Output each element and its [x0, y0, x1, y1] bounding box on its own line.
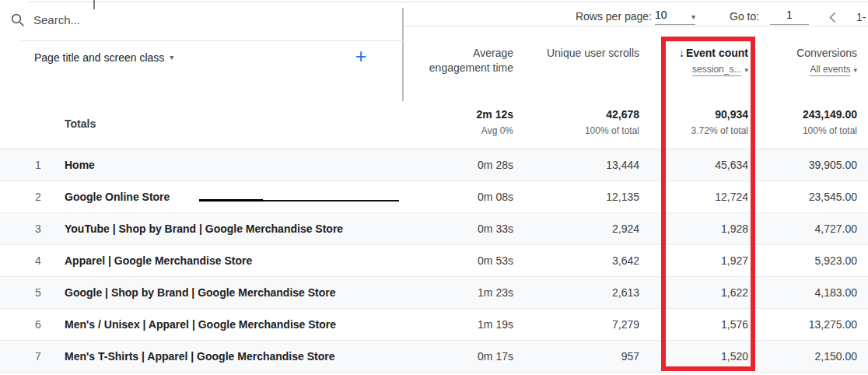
table-row[interactable]: 5 Google | Shop by Brand | Google Mercha…: [0, 277, 868, 309]
rows-per-page-value: 10: [655, 9, 667, 21]
conversions-cell: 4,727.00: [815, 213, 858, 244]
unique-user-scrolls-cell: 7,279: [612, 309, 639, 340]
conversions-cell: 13,275.00: [809, 309, 857, 340]
conversions-filter-dropdown[interactable]: All events▾: [748, 65, 857, 75]
row-number: 1: [35, 149, 41, 180]
unique-user-scrolls-cell: 3,642: [612, 245, 639, 276]
event-count-cell: 1,576: [721, 309, 748, 340]
page-title-cell: Home: [65, 149, 95, 180]
row-number: 4: [35, 245, 41, 276]
dimension-dropdown-label: Page title and screen class: [34, 51, 164, 64]
strikethrough-line-segment: [263, 200, 399, 202]
row-number: 3: [35, 213, 41, 244]
previous-page-button[interactable]: [826, 10, 840, 24]
table-body: 1 Home 0m 28s 13,444 45,634 39,905.00 2 …: [0, 149, 868, 373]
column-header-avg-engagement-time[interactable]: Average engagement time: [418, 46, 513, 75]
page-title-cell: Apparel | Google Merchandise Store: [65, 245, 252, 276]
page-title-cell: Men's T-Shirts | Apparel | Google Mercha…: [65, 341, 335, 372]
search-underline: [19, 40, 403, 41]
event-count-cell: 45,634: [715, 149, 748, 180]
event-count-cell: 1,520: [721, 341, 748, 372]
table-row[interactable]: 4 Apparel | Google Merchandise Store 0m …: [0, 245, 868, 277]
column-header-conversions[interactable]: Conversions All events▾: [748, 46, 857, 75]
row-number: 6: [35, 309, 41, 340]
table-row[interactable]: 1 Home 0m 28s 13,444 45,634 39,905.00: [0, 149, 868, 181]
sort-descending-icon: ↓: [679, 47, 684, 59]
strikethrough-line-segment: [199, 199, 263, 202]
table-row[interactable]: 7 Men's T-Shirts | Apparel | Google Merc…: [0, 341, 868, 373]
card-top-border: [29, 2, 868, 2]
row-number: 7: [35, 341, 41, 372]
conversions-cell: 39,905.00: [809, 149, 857, 180]
rows-per-page-label: Rows per page:: [576, 10, 652, 23]
column-header-unique-user-scrolls[interactable]: Unique user scrolls: [515, 46, 639, 61]
row-number: 5: [35, 277, 41, 308]
table-row[interactable]: 2 Google Online Store 0m 08s 12,135 12,7…: [0, 181, 868, 213]
conversions-cell: 5,923.00: [815, 245, 858, 276]
page-title-cell: Men's / Unisex | Apparel | Google Mercha…: [65, 309, 336, 340]
text-cursor-artifact: [93, 0, 95, 9]
pagination-underline: [404, 26, 868, 26]
avg-engagement-time-cell: 1m 19s: [478, 309, 513, 340]
unique-user-scrolls-cell: 13,444: [606, 149, 639, 180]
chevron-left-icon: [826, 13, 840, 26]
unique-user-scrolls-cell: 957: [621, 341, 639, 372]
event-count-cell: 1,622: [721, 277, 748, 308]
conversions-cell: 4,183.00: [815, 277, 858, 308]
totals-row: Totals 2m 12s Avg 0% 42,678 100% of tota…: [0, 101, 868, 149]
avg-engagement-time-cell: 0m 28s: [478, 149, 513, 180]
avg-engagement-time-cell: 0m 33s: [478, 213, 513, 244]
avg-engagement-time-cell: 0m 17s: [478, 341, 513, 372]
add-dimension-button[interactable]: +: [350, 45, 372, 67]
go-to-page-input[interactable]: 1: [770, 9, 809, 25]
totals-unique-user-scrolls: 42,678 100% of total: [585, 108, 639, 136]
unique-user-scrolls-cell: 12,135: [606, 181, 639, 212]
totals-conversions: 243,149.00 100% of total: [803, 108, 857, 136]
unique-user-scrolls-cell: 2,924: [612, 213, 639, 244]
totals-event-count: 90,934 3.72% of total: [691, 108, 748, 136]
column-header-event-count[interactable]: ↓Event count session_s...▾: [639, 46, 748, 75]
avg-engagement-time-cell: 0m 08s: [478, 181, 513, 212]
conversions-cell: 23,545.00: [809, 181, 857, 212]
go-to-label: Go to:: [730, 10, 759, 23]
plus-icon: +: [355, 45, 367, 68]
analytics-table-page: Page title and screen class ▾ + Rows per…: [0, 0, 868, 375]
totals-avg-engagement-time: 2m 12s Avg 0%: [477, 108, 513, 136]
page-title-cell: YouTube | Shop by Brand | Google Merchan…: [65, 213, 343, 244]
table-row[interactable]: 6 Men's / Unisex | Apparel | Google Merc…: [0, 309, 868, 341]
event-count-filter-dropdown[interactable]: session_s...▾: [639, 65, 748, 75]
totals-label: Totals: [65, 117, 96, 130]
chevron-down-icon: ▾: [691, 13, 695, 21]
dimension-dropdown[interactable]: Page title and screen class ▾: [34, 51, 173, 64]
unique-user-scrolls-cell: 2,613: [612, 277, 639, 308]
page-title-cell: Google | Shop by Brand | Google Merchand…: [65, 277, 336, 308]
row-number: 2: [35, 181, 41, 212]
event-count-cell: 1,928: [721, 213, 748, 244]
chevron-down-icon: ▾: [853, 66, 857, 74]
table-row[interactable]: 3 YouTube | Shop by Brand | Google Merch…: [0, 213, 868, 245]
event-count-cell: 12,724: [715, 181, 748, 212]
table-search: [10, 12, 267, 27]
rows-per-page-select[interactable]: 10 ▾: [655, 9, 695, 25]
search-icon: [10, 12, 25, 27]
search-input[interactable]: [33, 13, 267, 26]
avg-engagement-time-cell: 0m 53s: [478, 245, 513, 276]
avg-engagement-time-cell: 1m 23s: [478, 277, 513, 308]
event-count-cell: 1,927: [721, 245, 748, 276]
chevron-down-icon: ▾: [170, 54, 173, 61]
page-title-cell: Google Online Store: [65, 181, 170, 212]
pagination-range-label: 1-: [856, 11, 866, 23]
conversions-cell: 2,150.00: [815, 341, 858, 372]
